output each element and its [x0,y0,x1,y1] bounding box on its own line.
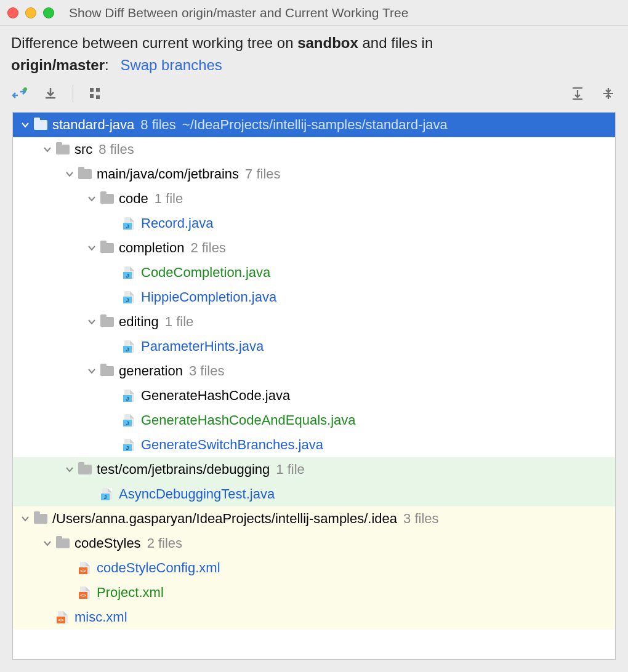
folder-icon [99,364,115,378]
swap-branches-link[interactable]: Swap branches [120,57,222,73]
tree-row[interactable]: JRecord.java [13,211,615,236]
file-count: 1 file [165,314,193,330]
chevron-down-icon[interactable] [84,367,99,375]
java-file-icon: J [121,340,137,353]
file-count: 1 file [276,462,304,478]
java-file-icon: J [121,217,137,230]
tree-row[interactable]: /Users/anna.gasparyan/IdeaProjects/intel… [13,506,615,531]
tree-row[interactable]: standard-java8 files~/IdeaProjects/intel… [13,113,615,137]
expand-all-icon[interactable] [569,85,586,102]
java-file-icon: J [121,389,137,402]
desc-middle: and files in [358,34,433,51]
folder-icon [55,537,71,550]
java-file-icon: J [121,414,137,427]
tree-item-label: Project.xml [97,585,164,601]
tree-item-label: standard-java [52,117,134,133]
compare-icon[interactable] [11,85,28,102]
desc-colon: : [105,57,109,73]
file-count: 3 files [403,511,438,527]
folder-icon [77,463,93,476]
folder-icon [99,241,115,255]
chevron-down-icon[interactable] [84,244,99,252]
chevron-down-icon[interactable] [18,514,33,523]
tree-row[interactable]: code1 file [13,186,615,211]
tree-row[interactable]: JParameterHints.java [13,334,615,359]
tree-item-label: GenerateHashCode.java [141,388,290,404]
tree-item-label: ParameterHints.java [141,338,264,354]
tree-item-label: GenerateSwitchBranches.java [141,437,323,453]
tree-row[interactable]: JGenerateHashCodeAndEquals.java [13,408,615,433]
chevron-down-icon[interactable] [62,465,77,474]
chevron-down-icon[interactable] [84,194,99,203]
toolbar [0,80,628,110]
desc-prefix: Difference between current working tree … [11,34,297,51]
tree-row[interactable]: test/com/jetbrains/debugging1 file [13,457,615,482]
folder-icon [55,143,71,156]
tree-row[interactable]: JHippieCompletion.java [13,285,615,310]
separator-icon [73,85,73,102]
tree-item-label: misc.xml [74,609,127,625]
file-count: 1 file [155,191,183,207]
tree-row[interactable]: completion2 files [13,236,615,260]
chevron-down-icon[interactable] [40,145,55,154]
tree-item-label: code [119,191,148,207]
tree-item-label: Record.java [141,215,213,231]
tree-item-label: codeStyles [74,535,141,551]
tree-item-label: GenerateHashCodeAndEquals.java [141,412,356,428]
file-count: 8 files [99,142,134,158]
tree-row[interactable]: JCodeCompletion.java [13,260,615,285]
folder-icon [33,512,49,526]
xml-file-icon: <> [77,561,93,575]
close-icon[interactable] [7,7,18,18]
collapse-all-icon[interactable] [600,85,617,102]
java-file-icon: J [121,290,137,304]
file-count: 8 files [140,117,175,133]
svg-rect-1 [90,88,94,92]
minimize-icon[interactable] [25,7,36,18]
tree-item-label: generation [119,363,183,379]
chevron-down-icon[interactable] [18,121,33,129]
tree-item-label: main/java/com/jetbrains [97,166,239,182]
svg-rect-4 [96,95,100,99]
chevron-down-icon[interactable] [84,318,99,326]
tree-row[interactable]: <>misc.xml [13,605,615,630]
tree-item-label: /Users/anna.gasparyan/IdeaProjects/intel… [52,511,397,527]
group-icon[interactable] [87,85,104,102]
tree-item-label: CodeCompletion.java [141,265,270,281]
tree-row[interactable]: generation3 files [13,359,615,383]
xml-file-icon: <> [55,610,71,624]
tree-row[interactable]: main/java/com/jetbrains7 files [13,162,615,186]
titlebar: Show Diff Between origin/master and Curr… [0,0,628,26]
tree-row[interactable]: <>Project.xml [13,580,615,605]
folder-icon [99,192,115,206]
maximize-icon[interactable] [43,7,54,18]
tree-row[interactable]: JGenerateHashCode.java [13,383,615,408]
tree-row[interactable]: JAsyncDebuggingTest.java [13,482,615,506]
tree-item-label: completion [119,240,184,256]
tree-item-label: codeStyleConfig.xml [97,560,220,576]
svg-rect-3 [90,94,94,98]
svg-point-0 [23,87,27,91]
traffic-lights [7,7,54,18]
tree-item-path: ~/IdeaProjects/intellij-samples/standard… [182,117,448,133]
tree-row[interactable]: src8 files [13,137,615,162]
branch-sandbox: sandbox [297,34,358,51]
chevron-down-icon[interactable] [62,170,77,178]
diff-description: Difference between current working tree … [0,26,628,80]
tree-item-label: HippieCompletion.java [141,289,276,305]
file-count: 2 files [147,535,182,551]
tree-row[interactable]: JGenerateSwitchBranches.java [13,433,615,457]
chevron-down-icon[interactable] [40,539,55,548]
branch-origin-master: origin/master [11,57,105,73]
diff-tree[interactable]: standard-java8 files~/IdeaProjects/intel… [12,112,616,660]
java-file-icon: J [99,487,115,501]
tree-item-label: AsyncDebuggingTest.java [119,486,275,502]
tree-row[interactable]: <>codeStyleConfig.xml [13,556,615,580]
tree-row[interactable]: codeStyles2 files [13,531,615,556]
java-file-icon: J [121,266,137,279]
tree-row[interactable]: editing1 file [13,310,615,334]
file-count: 2 files [190,240,225,256]
download-icon[interactable] [42,85,59,102]
xml-file-icon: <> [77,586,93,599]
tree-item-label: src [74,142,92,158]
